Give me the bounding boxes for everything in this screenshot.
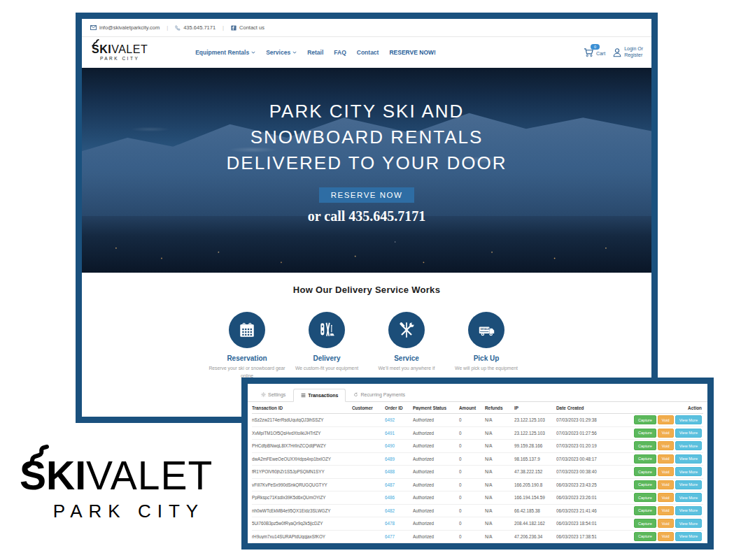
capture-button[interactable]: Capture: [634, 429, 656, 438]
capture-button[interactable]: Capture: [634, 467, 656, 476]
service-label: Service: [367, 354, 446, 362]
void-button[interactable]: Void: [658, 441, 674, 450]
void-button[interactable]: Void: [658, 467, 674, 476]
capture-button[interactable]: Capture: [634, 532, 656, 541]
nav-item-retail[interactable]: Retail: [307, 49, 323, 56]
void-button[interactable]: Void: [658, 532, 674, 541]
table-row: nh0wWTcEkMB4e95QX1Eidz3SLWGZY6482Authori…: [252, 505, 703, 518]
nav-label: FAQ: [334, 49, 346, 56]
order-id-link[interactable]: 6478: [385, 521, 413, 526]
date-created-cell: 06/03/2023 18:54:01: [556, 521, 612, 526]
transaction-id-cell: PHCdfpBNwgL8lX7HrllnZCQdIjPWZY: [252, 443, 352, 448]
recurring-icon: [353, 392, 358, 397]
reserve-now-button[interactable]: RESERVE NOW: [319, 187, 415, 203]
view-more-button[interactable]: View More: [675, 441, 702, 450]
capture-button[interactable]: Capture: [634, 415, 656, 424]
payment-status-cell: Authorized: [413, 431, 459, 436]
tab-transactions[interactable]: Transactions: [293, 389, 346, 402]
amount-cell: 0: [459, 482, 485, 487]
refunds-cell: N/A: [485, 482, 514, 487]
amount-cell: 0: [459, 457, 485, 461]
header-action: Action: [612, 405, 703, 410]
service-label: Delivery: [287, 354, 367, 362]
capture-button[interactable]: Capture: [634, 454, 656, 464]
void-button[interactable]: Void: [658, 506, 674, 515]
nav-label: Retail: [307, 49, 323, 56]
order-id-link[interactable]: 6486: [385, 495, 413, 500]
action-cell: CaptureVoidView More: [612, 441, 703, 450]
view-more-button[interactable]: View More: [675, 415, 702, 424]
phone-link[interactable]: 435.645.7171: [175, 24, 216, 31]
nav-item-equipment-rentals[interactable]: Equipment Rentals: [195, 49, 255, 56]
void-button[interactable]: Void: [658, 519, 674, 528]
date-created-cell: 07/03/2023 01:27:56: [556, 431, 612, 436]
order-id-link[interactable]: 6477: [385, 534, 413, 539]
tab-label: Recurring Payments: [360, 392, 404, 397]
service-desc: We custom-fit your equipment: [287, 364, 367, 372]
action-cell: CaptureVoidView More: [612, 506, 703, 515]
nav-item-services[interactable]: Services: [266, 49, 297, 56]
skivalet-watermark-logo: SKIVALET PARK CITY: [20, 456, 238, 522]
ip-cell: 23.122.125.103: [514, 417, 556, 422]
view-more-button[interactable]: View More: [675, 519, 702, 528]
email-link[interactable]: info@skivaletparkcity.com: [90, 24, 160, 31]
phone-icon: [175, 25, 181, 31]
capture-button[interactable]: Capture: [634, 493, 656, 502]
nav-reserve-now[interactable]: RESERVE NOW!: [389, 49, 435, 56]
order-id-link[interactable]: 6487: [385, 482, 413, 487]
void-button[interactable]: Void: [658, 415, 674, 424]
capture-button[interactable]: Capture: [634, 519, 656, 528]
view-more-button[interactable]: View More: [675, 467, 702, 476]
ip-cell: 166.205.190.8: [514, 482, 556, 487]
capture-button[interactable]: Capture: [634, 480, 656, 489]
order-id-link[interactable]: 6482: [385, 508, 413, 513]
topbar-divider: |: [167, 24, 168, 31]
order-id-link[interactable]: 6488: [385, 469, 413, 474]
service-desc: We will pick up the equipment: [446, 364, 526, 372]
hero-banner: PARK CITY SKI AND SNOWBOARD RENTALS DELI…: [82, 68, 651, 273]
payment-status-cell: Authorized: [413, 521, 459, 526]
service-card-delivery: Delivery We custom-fit your equipment: [287, 312, 367, 380]
order-id-link[interactable]: 6490: [385, 443, 413, 448]
site-logo[interactable]: SKIVALET PARK CITY: [92, 44, 148, 62]
ski-trail-icon: [91, 39, 100, 47]
header-date-created: Date Created: [556, 405, 612, 410]
table-row: PpRkspc71Ksdlx39K5d6xQUmOYiZY6486Authori…: [252, 491, 703, 505]
service-label: Reservation: [207, 354, 287, 362]
nav-item-contact[interactable]: Contact: [357, 49, 379, 56]
view-more-button[interactable]: View More: [675, 429, 702, 438]
void-button[interactable]: Void: [658, 454, 674, 464]
view-more-button[interactable]: View More: [675, 454, 702, 464]
action-cell: CaptureVoidView More: [612, 532, 703, 541]
capture-button[interactable]: Capture: [634, 441, 656, 450]
amount-cell: 0: [459, 521, 485, 526]
ski-gear-icon: [309, 312, 345, 348]
view-more-button[interactable]: View More: [675, 506, 702, 515]
transaction-id-cell: fR1YPOIVfi0jhZr1S5JpPSQMN1SYY: [252, 469, 352, 474]
order-id-link[interactable]: 6491: [385, 431, 413, 436]
order-id-link[interactable]: 6492: [385, 417, 413, 422]
tab-settings[interactable]: Settings: [253, 388, 293, 401]
header-transaction-id: Transaction ID: [252, 405, 352, 410]
nav-item-faq[interactable]: FAQ: [334, 49, 346, 56]
void-button[interactable]: Void: [658, 429, 674, 438]
capture-button[interactable]: Capture: [634, 506, 656, 515]
tab-recurring-payments[interactable]: Recurring Payments: [346, 388, 412, 401]
order-id-link[interactable]: 6489: [385, 457, 413, 461]
date-created-cell: 07/03/2023 00:38:40: [556, 469, 612, 474]
view-more-button[interactable]: View More: [675, 480, 702, 489]
login-register-button[interactable]: Login OrRegister: [612, 46, 643, 59]
contact-us-link[interactable]: Contact us: [231, 24, 264, 31]
void-button[interactable]: Void: [658, 480, 674, 489]
action-cell: CaptureVoidView More: [612, 493, 703, 502]
date-created-cell: 06/03/2023 23:26:01: [556, 495, 612, 500]
tools-icon: [388, 312, 425, 348]
view-more-button[interactable]: View More: [675, 532, 702, 541]
services-heading: How Our Delivery Service Works: [82, 285, 651, 295]
cart-button[interactable]: 0 Cart: [584, 48, 605, 57]
table-row: dwA2mFEweOeOUXXHdps4xp1bxIOZY6489Authori…: [252, 453, 703, 466]
view-more-button[interactable]: View More: [675, 493, 702, 502]
table-header-row: Transaction ID Customer Order ID Payment…: [252, 402, 703, 414]
payment-status-cell: Authorized: [413, 417, 459, 422]
void-button[interactable]: Void: [658, 493, 674, 502]
